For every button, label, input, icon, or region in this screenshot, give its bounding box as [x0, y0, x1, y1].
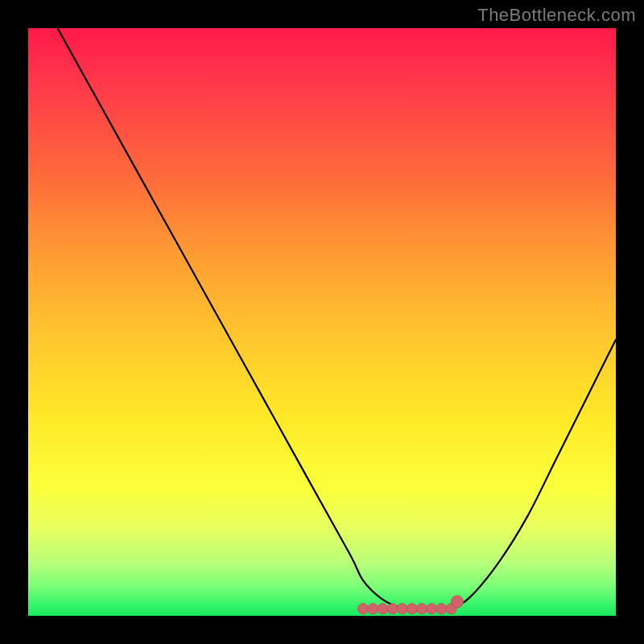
trough-marker	[407, 604, 417, 614]
trough-marker	[358, 604, 369, 614]
trough-marker	[417, 604, 427, 614]
watermark-text: TheBottleneck.com	[477, 5, 636, 26]
chart-frame: TheBottleneck.com	[0, 0, 644, 644]
trough-marker-group	[358, 596, 464, 614]
trough-marker	[436, 604, 447, 614]
bottleneck-curve-svg	[28, 28, 616, 616]
trough-marker	[427, 604, 437, 614]
trough-marker	[397, 604, 407, 614]
trough-marker	[368, 604, 378, 614]
trough-end-marker	[451, 596, 463, 608]
bottleneck-curve-path	[58, 28, 617, 610]
trough-marker	[378, 604, 388, 614]
trough-marker	[387, 604, 398, 614]
